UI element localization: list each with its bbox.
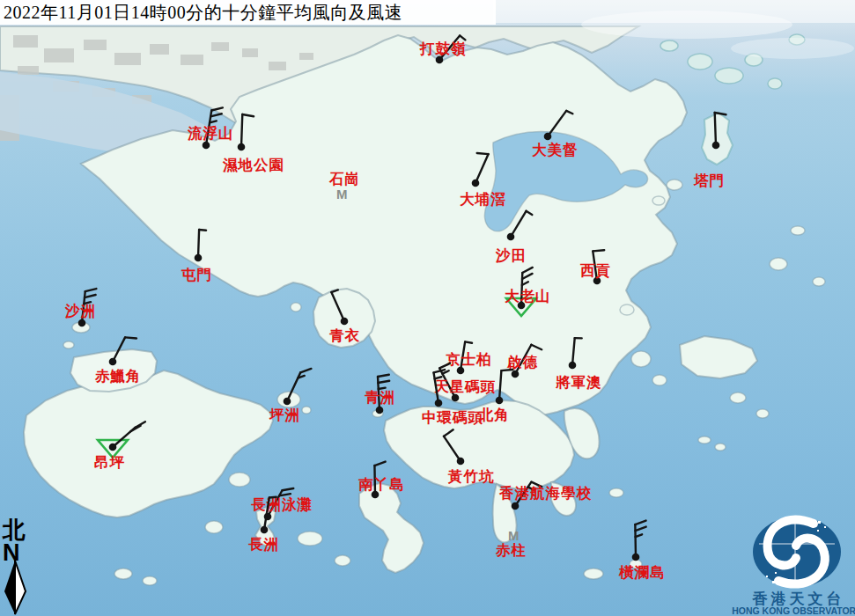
wind-barb-tick bbox=[199, 230, 206, 231]
station-label: 屯門 bbox=[181, 267, 212, 283]
station-label: 打鼓嶺 bbox=[419, 40, 467, 57]
station-label: 大老山 bbox=[505, 288, 551, 304]
station-label: 中環碼頭 bbox=[422, 409, 483, 426]
wind-barb-staff bbox=[635, 524, 636, 557]
wind-barb-tick bbox=[477, 153, 489, 154]
station-dot bbox=[238, 143, 246, 151]
station-label: 石崗 bbox=[328, 171, 360, 187]
wind-barb-tick bbox=[501, 370, 512, 370]
wind-barb-staff bbox=[715, 113, 716, 145]
title-bar: 2022年11月01日14時00分的十分鐘平均風向及風速 bbox=[0, 0, 496, 25]
station-label: 赤柱 bbox=[495, 542, 527, 559]
station-label: 長洲泳灘 bbox=[251, 496, 313, 513]
station-dot bbox=[457, 458, 465, 466]
station-label: 北角 bbox=[478, 407, 510, 423]
station-label: 濕地公園 bbox=[222, 157, 284, 173]
station-dot bbox=[195, 254, 203, 262]
station-label: 沙洲 bbox=[64, 303, 96, 319]
station-label: 大美督 bbox=[532, 142, 579, 158]
north-label-en: N bbox=[3, 539, 20, 566]
station-dot bbox=[544, 133, 552, 141]
logo-name-en: HONG KONG OBSERVATORY bbox=[732, 605, 855, 616]
station-label: 青洲 bbox=[365, 389, 395, 406]
station-label: 沙田 bbox=[495, 247, 527, 264]
station-label: 赤鱲角 bbox=[94, 368, 142, 385]
island-tap-mun bbox=[702, 113, 733, 165]
station-label: 西貢 bbox=[579, 262, 611, 279]
station-dot bbox=[376, 407, 384, 414]
station-dot bbox=[109, 444, 117, 451]
station-label: 坪洲 bbox=[269, 407, 300, 423]
station-dot bbox=[712, 142, 720, 150]
station-label: 長洲 bbox=[248, 536, 279, 553]
station-label: 青衣 bbox=[329, 327, 360, 344]
station-dot bbox=[341, 318, 349, 326]
station-dot bbox=[261, 526, 269, 534]
station-dot bbox=[284, 398, 291, 406]
station-label: 塔門 bbox=[693, 172, 725, 189]
hong-kong-map: 打鼓嶺流浮山濕地公園M石崗大美督塔門大埔滘沙田屯門西貢沙洲大老山青衣赤鱲角京士柏… bbox=[0, 0, 855, 616]
wind-map-screen: 打鼓嶺流浮山濕地公園M石崗大美督塔門大埔滘沙田屯門西貢沙洲大老山青衣赤鱲角京士柏… bbox=[0, 0, 855, 616]
station-label: 香港航海學校 bbox=[498, 485, 592, 502]
wind-barb-tick bbox=[269, 497, 276, 498]
map-title: 2022年11月01日14時00分的十分鐘平均風向及風速 bbox=[0, 1, 402, 25]
station-dot bbox=[507, 233, 515, 241]
wind-barb-tick bbox=[593, 250, 604, 251]
wind-barb-staff bbox=[198, 230, 199, 258]
station-label: 啟德 bbox=[506, 354, 538, 370]
station-label: 京士柏 bbox=[445, 351, 492, 368]
station-dot bbox=[203, 142, 210, 150]
station-label: 昂坪 bbox=[94, 454, 125, 471]
station-dot bbox=[512, 502, 520, 510]
station-label: 天星碼頭 bbox=[433, 378, 496, 395]
station-dot bbox=[496, 397, 504, 405]
missing-data-marker: M bbox=[336, 187, 348, 202]
station-label: 將軍澳 bbox=[555, 374, 602, 391]
wind-barb-tick bbox=[465, 341, 472, 342]
missing-data-marker: M bbox=[508, 528, 520, 543]
station-dot bbox=[569, 362, 577, 370]
station-dot bbox=[78, 319, 86, 327]
station-label: 大埔滘 bbox=[460, 191, 506, 208]
station-dot bbox=[472, 180, 480, 187]
station-label: 南丫島 bbox=[358, 476, 405, 493]
wind-barb-tick bbox=[125, 337, 136, 338]
station-dot bbox=[435, 400, 443, 407]
station-label: 流浮山 bbox=[187, 125, 234, 142]
station-dot bbox=[632, 554, 640, 561]
station-dot bbox=[109, 358, 117, 366]
station-label: 黃竹坑 bbox=[447, 468, 495, 485]
station-label: 橫瀾島 bbox=[618, 564, 666, 581]
wind-barb-staff bbox=[241, 114, 242, 147]
station-dot bbox=[512, 370, 520, 378]
